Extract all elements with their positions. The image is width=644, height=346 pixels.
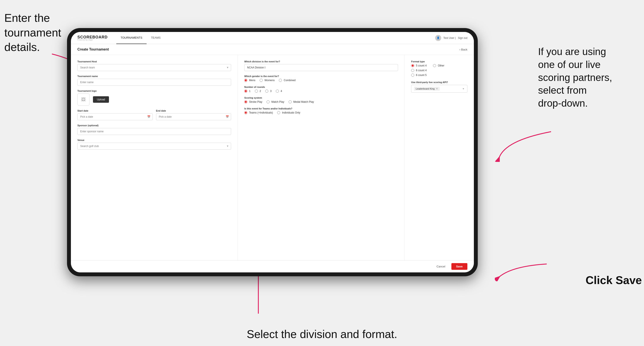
format-6count5-label: 6 count 5 (416, 74, 426, 77)
arrow-live (495, 127, 555, 162)
rounds-2[interactable]: 2 (255, 90, 261, 93)
logo-placeholder: 🖼 (78, 93, 90, 106)
gender-label: Which gender is the event for? (244, 75, 398, 77)
live-scoring-label: Use third-party live scoring API? (411, 81, 468, 84)
rounds-1-label: 1 (249, 90, 250, 93)
format-type-label: Format type (411, 60, 468, 63)
teams-label: Is this event for Teams and/or Individua… (244, 107, 398, 110)
arrow-save (495, 260, 551, 281)
scoring-medal-match-label: Medal Match Play (293, 100, 314, 103)
back-link[interactable]: ‹ Back (460, 48, 468, 51)
rounds-group: Number of rounds 1 2 (244, 86, 398, 93)
rounds-4[interactable]: 4 (276, 90, 282, 93)
nav-avatar: 👤 (435, 35, 441, 41)
scoring-match[interactable]: Match Play (266, 100, 284, 103)
form-footer: Cancel Save (71, 260, 474, 272)
format-type-group: Format type 5 count 4 6 count 4 (411, 60, 468, 77)
tournament-name-input[interactable] (78, 79, 231, 86)
tournament-logo-group: Tournament logo 🖼 Upload (78, 90, 231, 106)
nav-user: Test User | (444, 36, 456, 39)
tournament-name-group: Tournament name (78, 75, 231, 86)
start-date-field: 📅 (78, 113, 152, 120)
gender-womens-label: Womens (264, 79, 274, 82)
live-scoring-tag: Leaderboard King ✕ (414, 87, 440, 91)
scoring-label: Scoring system (244, 96, 398, 99)
gender-group: Which gender is the event for? Mens Wome… (244, 75, 398, 82)
right-column: Format type 5 count 4 6 count 4 (405, 55, 474, 260)
venue-group: Venue ▼ (78, 139, 231, 150)
venue-input[interactable] (78, 143, 231, 150)
scoring-medal-match[interactable]: Medal Match Play (288, 100, 314, 103)
format-other-label: Other (438, 64, 444, 67)
nav-bar: SCOREBOARD Powered by clippi TOURNAMENTS… (71, 32, 474, 44)
division-field: NCAA Division I (244, 64, 398, 71)
teams-individuals[interactable]: Individuals Only (277, 111, 300, 114)
tablet: SCOREBOARD Powered by clippi TOURNAMENTS… (67, 28, 478, 276)
live-scoring-field[interactable]: Leaderboard King ✕ ▼ (411, 85, 468, 93)
teams-teams-label: Teams (+Individuals) (249, 111, 273, 114)
division-select[interactable]: NCAA Division I (244, 64, 398, 71)
end-date-input[interactable] (156, 113, 231, 120)
end-date-field: 📅 (156, 113, 231, 120)
teams-teams[interactable]: Teams (+Individuals) (244, 111, 273, 114)
tournament-logo-label: Tournament logo (78, 90, 231, 92)
annotation-click-save-text: Click Save (586, 274, 642, 286)
rounds-3[interactable]: 3 (265, 90, 272, 93)
rounds-1[interactable]: 1 (244, 90, 250, 93)
rounds-label: Number of rounds (244, 86, 398, 88)
start-date-input[interactable] (78, 113, 152, 120)
tournament-name-label: Tournament name (78, 75, 231, 77)
nav-tabs: TOURNAMENTS TEAMS (116, 32, 165, 44)
live-scoring-remove[interactable]: ✕ (436, 87, 438, 90)
logo-upload-area: 🖼 Upload (78, 93, 231, 106)
upload-button[interactable]: Upload (93, 96, 109, 103)
calendar-icon-end: 📅 (226, 115, 229, 118)
teams-individuals-label: Individuals Only (282, 111, 300, 114)
annotation-division: Select the division and format. (247, 327, 397, 342)
nav-tab-teams[interactable]: TEAMS (146, 32, 165, 44)
gender-combined-label: Combined (284, 79, 296, 82)
nav-left: SCOREBOARD Powered by clippi TOURNAMENTS… (78, 32, 165, 44)
division-group: Which division is the event for? NCAA Di… (244, 60, 398, 71)
format-6count4[interactable]: 6 count 4 (411, 69, 426, 72)
middle-column: Which division is the event for? NCAA Di… (238, 55, 405, 260)
gender-mens[interactable]: Mens (244, 79, 255, 82)
start-date-group: Start date 📅 (78, 109, 152, 120)
annotation-enter-text: Enter thetournamentdetails. (4, 12, 61, 53)
search-icon: ▼ (226, 66, 229, 69)
scoring-stroke-label: Stroke Play (249, 100, 262, 103)
format-6count4-label: 6 count 4 (416, 69, 426, 72)
scoring-stroke[interactable]: Stroke Play (244, 100, 262, 103)
annotation-live-text: If you are usingone of our livescoring p… (538, 46, 612, 109)
rounds-3-label: 3 (270, 90, 272, 93)
save-button[interactable]: Save (452, 263, 468, 270)
teams-options: Teams (+Individuals) Individuals Only (244, 111, 398, 114)
format-5count4-label: 5 count 4 (416, 64, 426, 67)
end-date-label: End date (156, 109, 231, 112)
format-5count4[interactable]: 5 count 4 (411, 64, 426, 67)
form-wrapper: Tournament Host ▼ Tournament name Tourna… (71, 55, 474, 272)
annotation-live-scoring: If you are usingone of our livescoring p… (538, 45, 642, 110)
rounds-2-label: 2 (260, 90, 261, 93)
gender-options: Mens Womens Combined (244, 79, 398, 82)
cancel-button[interactable]: Cancel (433, 263, 448, 270)
nav-tab-tournaments[interactable]: TOURNAMENTS (116, 32, 146, 44)
live-scoring-dropdown-icon: ▼ (462, 87, 464, 90)
calendar-icon-start: 📅 (147, 115, 150, 118)
rounds-4-label: 4 (280, 90, 282, 93)
gender-womens[interactable]: Womens (260, 79, 274, 82)
format-6count5[interactable]: 6 count 5 (411, 74, 426, 77)
format-other[interactable]: Other (433, 64, 444, 67)
live-scoring-group: Use third-party live scoring API? Leader… (411, 81, 468, 93)
tournament-host-field: ▼ (78, 64, 231, 71)
nav-signout[interactable]: Sign out (458, 36, 468, 39)
nav-right: 👤 Test User | Sign out (435, 35, 468, 41)
sponsor-input[interactable] (78, 128, 231, 135)
gender-mens-label: Mens (249, 79, 255, 82)
annotation-click-save: Click Save (586, 273, 642, 288)
sponsor-label: Sponsor (optional) (78, 124, 231, 127)
tournament-host-label: Tournament Host (78, 60, 231, 63)
date-row: Start date 📅 End date 📅 (78, 109, 231, 124)
tournament-host-input[interactable] (78, 64, 231, 71)
gender-combined[interactable]: Combined (279, 79, 296, 82)
